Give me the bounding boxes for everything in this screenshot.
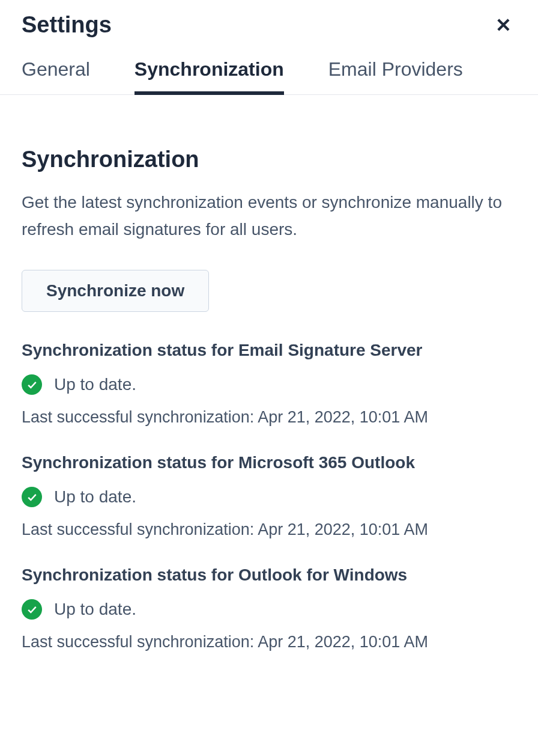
status-meta: Last successful synchronization: Apr 21,…	[22, 520, 516, 539]
status-meta: Last successful synchronization: Apr 21,…	[22, 408, 516, 427]
checkmark-icon	[22, 487, 42, 507]
status-meta: Last successful synchronization: Apr 21,…	[22, 633, 516, 651]
status-block: Synchronization status for Outlook for W…	[22, 565, 516, 651]
checkmark-icon	[22, 374, 42, 395]
tab-email-providers[interactable]: Email Providers	[328, 58, 463, 95]
section-description: Get the latest synchronization events or…	[22, 189, 516, 243]
tab-general[interactable]: General	[22, 58, 90, 95]
status-row: Up to date.	[22, 599, 516, 620]
status-text: Up to date.	[54, 487, 136, 507]
close-button[interactable]: ✕	[491, 13, 516, 37]
status-title: Synchronization status for Outlook for W…	[22, 565, 516, 585]
status-row: Up to date.	[22, 374, 516, 395]
tab-synchronization[interactable]: Synchronization	[134, 58, 284, 95]
status-title: Synchronization status for Microsoft 365…	[22, 453, 516, 472]
close-icon: ✕	[495, 14, 512, 36]
section-title: Synchronization	[22, 147, 516, 172]
content: Synchronization Get the latest synchroni…	[0, 95, 538, 702]
header: Settings ✕	[0, 0, 538, 38]
status-block: Synchronization status for Microsoft 365…	[22, 453, 516, 539]
checkmark-icon	[22, 599, 42, 620]
status-text: Up to date.	[54, 375, 136, 394]
synchronize-now-button[interactable]: Synchronize now	[22, 270, 209, 312]
status-title: Synchronization status for Email Signatu…	[22, 341, 516, 360]
page-title: Settings	[22, 12, 112, 38]
status-row: Up to date.	[22, 487, 516, 507]
tabs: General Synchronization Email Providers	[0, 38, 538, 95]
status-text: Up to date.	[54, 600, 136, 619]
status-block: Synchronization status for Email Signatu…	[22, 341, 516, 427]
